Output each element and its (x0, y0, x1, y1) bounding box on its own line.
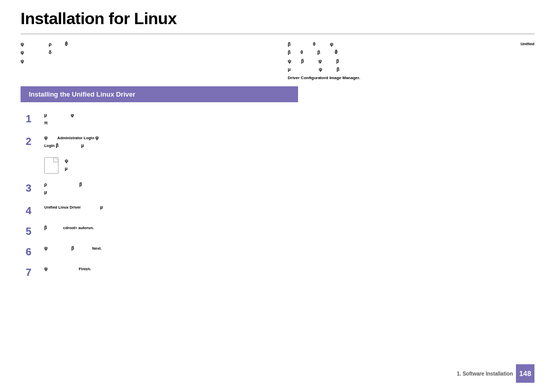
step-3-row: 3 ρ β μ (26, 181, 534, 197)
intro-right-line-2: β θ β ϑ (288, 49, 534, 56)
footer-section-label: 1. Software Installation (457, 371, 513, 377)
step-4-content: Unified Linux Driver μ (44, 203, 534, 211)
step-1-content: μ φ π (44, 111, 534, 127)
step-6-row: 6 ψ β Next. (26, 245, 534, 258)
step-3-content: ρ β μ (44, 181, 534, 197)
intro-left-line-1: ψ ρ ϑ (21, 41, 278, 48)
step-5-row: 5 β cdroot> autorun. (26, 224, 534, 237)
step-6-content: ψ β Next. (44, 245, 534, 252)
note-icon (44, 157, 61, 174)
intro-right-line-4: μ ψ β (288, 66, 534, 73)
step-6-number: 6 (26, 246, 44, 258)
step-7-row: 7 ψ Finish. (26, 265, 534, 278)
step-1-row: 1 μ φ π (26, 111, 534, 127)
footer-section: 1. Software Installation 148 (457, 364, 534, 383)
intro-section: ψ ρ ϑ ψ δ ψ Unified β (21, 41, 534, 80)
intro-right-line-1: β θ ψ (288, 41, 534, 48)
steps-container: 1 μ φ π 2 ψ Administrator Login ψ Logi (21, 111, 534, 279)
intro-right: Unified β θ ψ β θ β ϑ (288, 41, 534, 80)
page-container: Installation for Linux ψ ρ ϑ ψ δ (0, 0, 555, 392)
section-header: Installing the Unified Linux Driver (21, 86, 298, 102)
driver-labels: Driver Configuratord Image Manager. (288, 76, 534, 80)
step-2-row: 2 ψ Administrator Login ψ Login β μ (26, 134, 534, 150)
step-5-content: β cdroot> autorun. (44, 224, 534, 232)
step-4-row: 4 Unified Linux Driver μ (26, 203, 534, 217)
page-title: Installation for Linux (21, 9, 534, 28)
step-5-number: 5 (26, 225, 44, 237)
intro-right-line-3: ψ β ψ β (288, 58, 534, 65)
step-4-number: 4 (26, 204, 44, 217)
intro-left: ψ ρ ϑ ψ δ ψ (21, 41, 288, 80)
step-3-number: 3 (26, 182, 44, 194)
note-row: ψ μ (44, 157, 534, 174)
step-7-number: 7 (26, 266, 44, 278)
footer: 1. Software Installation 148 (457, 364, 534, 383)
step-2-content: ψ Administrator Login ψ Login β μ (44, 134, 534, 150)
note-icon-inner (44, 157, 59, 174)
footer-page-number: 148 (516, 364, 534, 383)
intro-left-line-2: ψ δ (21, 49, 278, 56)
step-1-number: 1 (26, 113, 44, 125)
title-container: Installation for Linux (21, 0, 534, 34)
intro-left-line-3: ψ (21, 58, 278, 65)
step-2-number: 2 (26, 135, 44, 147)
note-content: ψ μ (65, 157, 68, 173)
step-7-content: ψ Finish. (44, 265, 534, 273)
unified-label: Unified (521, 42, 534, 46)
